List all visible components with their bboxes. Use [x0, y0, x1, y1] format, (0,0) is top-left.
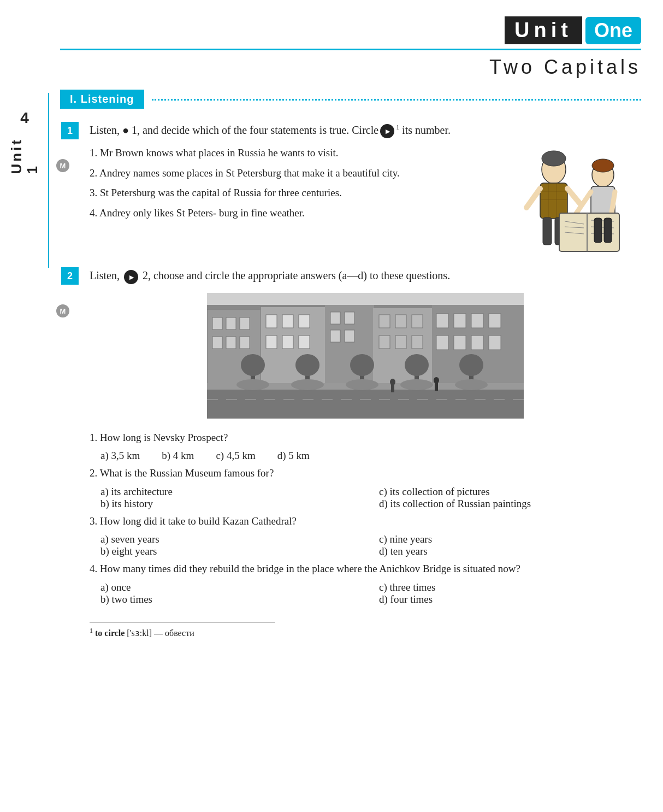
main-content: Unit One Two Capitals I. Listening 1 M L…: [49, 0, 663, 812]
q4-d: d) four times: [379, 593, 641, 605]
section-badge: I. Listening: [60, 90, 144, 109]
svg-rect-54: [412, 315, 423, 328]
svg-rect-39: [212, 337, 222, 349]
svg-rect-66: [207, 386, 524, 419]
q2-answers: a) its architecture c) its collection of…: [100, 486, 641, 510]
q2-b: b) its history: [100, 498, 363, 510]
footnote-area: 1 to circle ['sɜ:kl] — обвести: [90, 622, 275, 638]
svg-point-70: [241, 354, 265, 376]
ex2-left-col: 2 M: [60, 267, 85, 317]
question-2: 2. What is the Russian Museum famous for…: [90, 465, 641, 481]
subtitle: Two Capitals: [60, 56, 641, 79]
svg-rect-64: [471, 336, 483, 350]
page: 4 Unit 1 Unit One Two Capitals I. Listen…: [0, 0, 663, 812]
svg-rect-37: [226, 317, 236, 329]
street-photo: [207, 293, 524, 419]
svg-rect-18: [587, 213, 588, 251]
svg-rect-59: [454, 314, 466, 328]
svg-rect-49: [345, 312, 354, 324]
footnote-bold: to circle: [95, 628, 125, 638]
ex2-m-badge: M: [56, 304, 69, 317]
audio-icon-2[interactable]: [124, 270, 138, 284]
q4-b: b) two times: [100, 593, 363, 605]
q1-b: b) 4 km: [162, 450, 194, 462]
svg-point-84: [390, 379, 395, 385]
svg-point-80: [291, 379, 324, 390]
svg-rect-65: [489, 336, 501, 350]
svg-rect-26: [604, 218, 612, 243]
questions-block: 1. How long is Nevsky Prospect? a) 3,5 k…: [90, 429, 641, 605]
footnote-phonetic: ['sɜ:kl]: [125, 628, 152, 638]
svg-point-72: [295, 354, 319, 376]
ex1-instruction: Listen, ● 1, and decide which of the fou…: [90, 122, 641, 138]
list-item-4: 4. Andrey only likes St Peters- burg in …: [90, 205, 499, 221]
svg-rect-51: [345, 330, 354, 342]
question-3: 3. How long did it take to build Kazan C…: [90, 513, 641, 529]
ex2-content: Listen, 2, choose and circle the appropr…: [90, 267, 641, 638]
q1-answers: a) 3,5 km b) 4 km c) 4,5 km d) 5 km: [100, 450, 641, 462]
q2-c: c) its collection of pictures: [379, 486, 641, 498]
q1-a: a) 3,5 km: [100, 450, 140, 462]
svg-rect-55: [379, 336, 390, 349]
illustration: [510, 145, 641, 256]
ex1-content: Listen, ● 1, and decide which of the fou…: [90, 122, 641, 256]
svg-rect-6: [543, 217, 552, 245]
q1-d: d) 5 km: [277, 450, 310, 462]
svg-point-81: [346, 379, 378, 390]
q3-d: d) ten years: [379, 545, 641, 557]
ex2-number-badge: 2: [61, 267, 79, 285]
unit-one-badge: One: [585, 17, 641, 44]
exercise-1: 1 M Listen, ● 1, and decide which of the…: [60, 122, 641, 256]
svg-rect-41: [240, 337, 250, 349]
list-item-2: 2. Andrey names some places in St Peters…: [90, 165, 499, 181]
svg-rect-38: [240, 317, 250, 329]
svg-rect-56: [395, 336, 406, 349]
footnote-number: 1: [90, 627, 93, 634]
svg-rect-88: [207, 293, 524, 305]
svg-rect-63: [454, 336, 466, 350]
q4-c: c) three times: [379, 581, 641, 593]
q1-c: c) 4,5 km: [216, 450, 255, 462]
svg-point-86: [434, 377, 439, 384]
ex1-items-list: 1. Mr Brown knows what places in Russia …: [90, 145, 499, 225]
list-item-1: 1. Mr Brown knows what places in Russia …: [90, 145, 499, 161]
svg-point-13: [592, 159, 614, 172]
sidebar: 4 Unit 1: [0, 0, 49, 812]
sidebar-unit-label: Unit 1: [9, 138, 40, 174]
question-1: 1. How long is Nevsky Prospect?: [90, 429, 641, 445]
unit-title-block: Unit One: [505, 16, 641, 44]
svg-rect-25: [594, 218, 602, 243]
svg-rect-58: [436, 314, 448, 328]
ex1-number-badge: 1: [61, 122, 79, 139]
svg-rect-48: [330, 312, 340, 324]
svg-rect-43: [282, 315, 293, 328]
svg-rect-57: [412, 336, 423, 349]
footnote-text: 1 to circle ['sɜ:kl] — обвести: [90, 627, 275, 638]
svg-rect-60: [471, 314, 483, 328]
svg-rect-45: [266, 336, 277, 349]
q3-c: c) nine years: [379, 533, 641, 545]
svg-rect-85: [391, 385, 394, 392]
footnote-ref: 1: [396, 123, 399, 131]
svg-point-76: [405, 354, 429, 376]
svg-rect-44: [299, 315, 310, 328]
section-dots: [152, 99, 641, 101]
header-area: Unit One: [60, 0, 641, 50]
list-item-3: 3. St Petersburg was the capital of Russ…: [90, 185, 499, 201]
q4-answers: a) once c) three times b) two times d) f…: [100, 581, 641, 605]
svg-rect-61: [489, 314, 501, 328]
svg-point-79: [236, 379, 269, 390]
svg-rect-53: [395, 315, 406, 328]
page-number: 4: [20, 109, 29, 127]
ex1-left-col: 1 M: [60, 122, 85, 172]
q2-a: a) its architecture: [100, 486, 363, 498]
svg-rect-46: [282, 336, 293, 349]
footnote-dash: —: [152, 628, 165, 638]
q3-b: b) eight years: [100, 545, 363, 557]
svg-rect-42: [266, 315, 277, 328]
audio-icon-1[interactable]: [380, 124, 394, 138]
svg-point-2: [542, 151, 566, 166]
question-4: 4. How many times did they rebuild the b…: [90, 561, 641, 576]
svg-rect-87: [435, 383, 438, 391]
q2-d: d) its collection of Russian paintings: [379, 498, 641, 510]
